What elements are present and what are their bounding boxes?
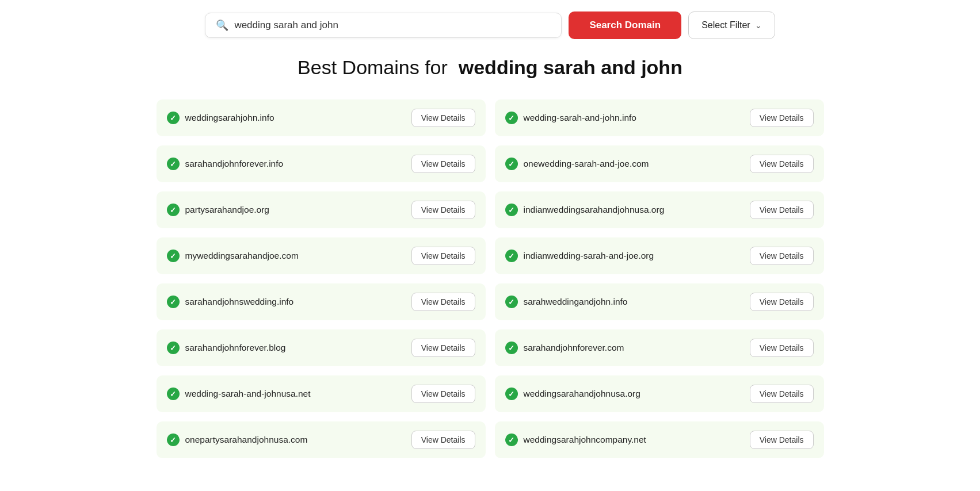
domain-name: myweddingsarahandjoe.com [185, 251, 299, 261]
domain-row: sarahandjohnforever.blogView Details [157, 329, 486, 366]
view-details-button[interactable]: View Details [750, 201, 814, 219]
domain-left: myweddingsarahandjoe.com [167, 250, 299, 262]
view-details-button[interactable]: View Details [750, 385, 814, 403]
domain-row: sarahandjohnswedding.infoView Details [157, 283, 486, 320]
domain-left: wedding-sarah-and-john.info [505, 112, 636, 124]
domain-row: wedding-sarah-and-john.infoView Details [495, 99, 824, 136]
domain-row: indianweddingsarahandjohnusa.orgView Det… [495, 191, 824, 228]
view-details-button[interactable]: View Details [750, 109, 814, 127]
available-icon [505, 296, 518, 308]
domain-name: sarahandjohnforever.info [185, 159, 284, 169]
domain-row: weddingsarahjohn.infoView Details [157, 99, 486, 136]
available-icon [167, 158, 180, 170]
available-icon [505, 388, 518, 400]
select-filter-button[interactable]: Select Filter ⌄ [688, 11, 775, 39]
domain-left: partysarahandjoe.org [167, 204, 270, 216]
page-title: Best Domains for wedding sarah and john [0, 56, 980, 79]
view-details-button[interactable]: View Details [411, 385, 475, 403]
domain-left: wedding-sarah-and-johnusa.net [167, 388, 311, 400]
domain-name: onewedding-sarah-and-joe.com [524, 159, 649, 169]
available-icon [167, 434, 180, 446]
domain-left: sarahandjohnforever.blog [167, 342, 286, 354]
domain-left: sarahweddingandjohn.info [505, 296, 628, 308]
domain-name: indianwedding-sarah-and-joe.org [524, 251, 654, 261]
search-box: 🔍 [205, 13, 562, 38]
domain-left: indianwedding-sarah-and-joe.org [505, 250, 654, 262]
domain-name: wedding-sarah-and-johnusa.net [185, 389, 311, 399]
domain-name: sarahandjohnforever.com [524, 343, 624, 353]
results-grid: weddingsarahjohn.infoView Detailswedding… [145, 99, 836, 481]
domain-row: onewedding-sarah-and-joe.comView Details [495, 145, 824, 182]
domain-name: partysarahandjoe.org [185, 205, 270, 215]
view-details-button[interactable]: View Details [750, 431, 814, 449]
chevron-down-icon: ⌄ [755, 21, 762, 30]
view-details-button[interactable]: View Details [411, 155, 475, 173]
view-details-button[interactable]: View Details [750, 339, 814, 357]
title-prefix: Best Domains for [298, 56, 448, 78]
search-icon: 🔍 [216, 19, 228, 32]
domain-row: onepartysarahandjohnusa.comView Details [157, 421, 486, 458]
view-details-button[interactable]: View Details [750, 293, 814, 311]
available-icon [167, 342, 180, 354]
domain-left: weddingsarahjohncompany.net [505, 434, 646, 446]
view-details-button[interactable]: View Details [750, 247, 814, 265]
domain-row: myweddingsarahandjoe.comView Details [157, 237, 486, 274]
top-bar: 🔍 Search Domain Select Filter ⌄ [0, 0, 980, 56]
search-input[interactable] [234, 20, 551, 31]
domain-name: indianweddingsarahandjohnusa.org [524, 205, 665, 215]
view-details-button[interactable]: View Details [411, 339, 475, 357]
domain-row: sarahandjohnforever.infoView Details [157, 145, 486, 182]
view-details-button[interactable]: View Details [411, 201, 475, 219]
domain-name: weddingsarahandjohnusa.org [524, 389, 640, 399]
available-icon [167, 250, 180, 262]
available-icon [505, 204, 518, 216]
domain-left: sarahandjohnforever.info [167, 158, 284, 170]
available-icon [167, 112, 180, 124]
domain-row: partysarahandjoe.orgView Details [157, 191, 486, 228]
available-icon [505, 112, 518, 124]
view-details-button[interactable]: View Details [411, 431, 475, 449]
view-details-button[interactable]: View Details [411, 109, 475, 127]
view-details-button[interactable]: View Details [411, 247, 475, 265]
domain-name: sarahandjohnforever.blog [185, 343, 286, 353]
available-icon [505, 158, 518, 170]
domain-name: weddingsarahjohn.info [185, 113, 274, 123]
domain-row: weddingsarahjohncompany.netView Details [495, 421, 824, 458]
available-icon [505, 434, 518, 446]
available-icon [505, 250, 518, 262]
available-icon [505, 342, 518, 354]
domain-name: wedding-sarah-and-john.info [524, 113, 636, 123]
domain-row: wedding-sarah-and-johnusa.netView Detail… [157, 375, 486, 412]
filter-label: Select Filter [701, 20, 750, 30]
domain-name: sarahweddingandjohn.info [524, 297, 628, 307]
domain-left: weddingsarahjohn.info [167, 112, 274, 124]
view-details-button[interactable]: View Details [411, 293, 475, 311]
available-icon [167, 296, 180, 308]
title-bold: wedding sarah and john [459, 56, 682, 78]
domain-left: weddingsarahandjohnusa.org [505, 388, 640, 400]
domain-name: sarahandjohnswedding.info [185, 297, 294, 307]
domain-left: sarahandjohnswedding.info [167, 296, 294, 308]
available-icon [167, 388, 180, 400]
domain-left: onewedding-sarah-and-joe.com [505, 158, 649, 170]
domain-name: onepartysarahandjohnusa.com [185, 435, 308, 445]
view-details-button[interactable]: View Details [750, 155, 814, 173]
domain-row: sarahweddingandjohn.infoView Details [495, 283, 824, 320]
domain-row: indianwedding-sarah-and-joe.orgView Deta… [495, 237, 824, 274]
domain-left: onepartysarahandjohnusa.com [167, 434, 308, 446]
available-icon [167, 204, 180, 216]
domain-row: weddingsarahandjohnusa.orgView Details [495, 375, 824, 412]
domain-row: sarahandjohnforever.comView Details [495, 329, 824, 366]
domain-name: weddingsarahjohncompany.net [524, 435, 646, 445]
domain-left: sarahandjohnforever.com [505, 342, 624, 354]
domain-left: indianweddingsarahandjohnusa.org [505, 204, 665, 216]
search-domain-button[interactable]: Search Domain [569, 11, 681, 39]
